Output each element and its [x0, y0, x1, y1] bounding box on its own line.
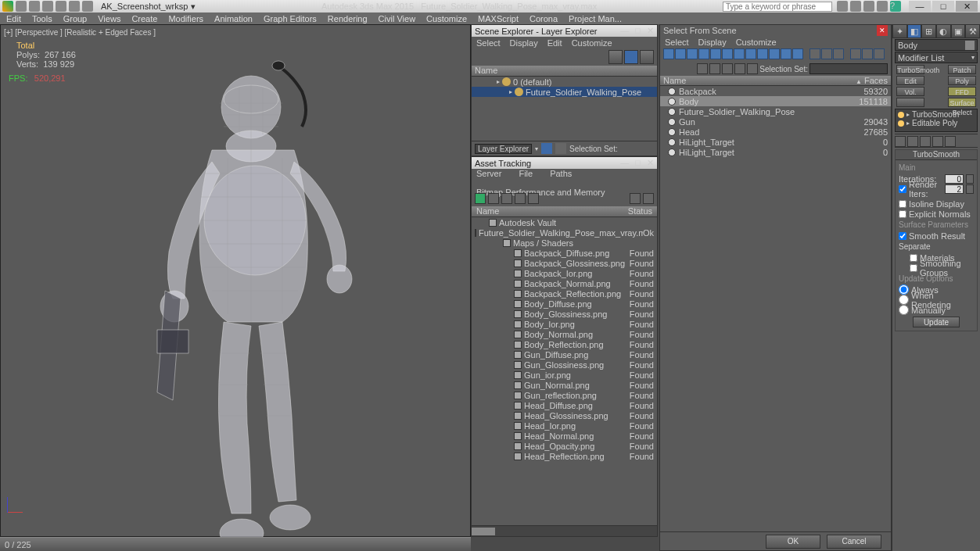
at-menu-file[interactable]: File	[519, 169, 533, 178]
explicit-normals-check[interactable]	[899, 210, 906, 218]
footer-btn1-icon[interactable]	[541, 143, 552, 154]
mod-btn[interactable]	[896, 98, 924, 107]
panel-close-icon[interactable]: ✕	[647, 26, 654, 36]
menu-animation[interactable]: Animation	[214, 14, 253, 23]
object-name-field[interactable]: Body	[895, 39, 978, 51]
undo-icon[interactable]	[56, 1, 66, 12]
ss-menu-display[interactable]: Display	[698, 38, 727, 47]
menu-customize[interactable]: Customize	[426, 14, 467, 23]
modify-tab-icon[interactable]: ◧	[907, 24, 922, 38]
ss-b5-icon[interactable]	[747, 63, 758, 74]
object-row[interactable]: Backpack59320	[660, 86, 891, 96]
asset-row[interactable]: Gun_Diffuse.pngFound	[472, 349, 657, 360]
v-sort-icon[interactable]	[850, 48, 861, 59]
menu-rendering[interactable]: Rendering	[328, 14, 368, 23]
mod-btn[interactable]: Poly Select	[948, 76, 976, 85]
col-name[interactable]: Name	[475, 66, 497, 76]
ss-menu-customize[interactable]: Customize	[736, 38, 777, 47]
col-name[interactable]: Name	[476, 206, 499, 216]
asset-row[interactable]: Future_Soldier_Walking_Pose_max_vray.max…	[472, 227, 657, 238]
menu-project-man-[interactable]: Project Man...	[569, 14, 622, 23]
v-list-icon[interactable]	[809, 48, 820, 59]
f-geom-icon[interactable]	[675, 48, 686, 59]
smooth-result-check[interactable]	[899, 232, 906, 240]
f-sw-icon[interactable]	[734, 48, 745, 59]
pin-icon[interactable]	[895, 136, 906, 147]
asset-row[interactable]: Body_Reflection.pngFound	[472, 339, 657, 349]
render-iters-check[interactable]	[899, 185, 906, 193]
show-icon[interactable]	[907, 136, 918, 147]
help-icon[interactable]: ?	[890, 1, 901, 12]
link-icon[interactable]	[82, 1, 93, 12]
asset-row[interactable]: Body_Diffuse.pngFound	[472, 299, 657, 309]
asset-row[interactable]: Autodesk Vault	[472, 217, 657, 227]
se-menu-edit[interactable]: Edit	[547, 38, 562, 48]
iterations-field[interactable]: 0	[945, 174, 964, 184]
se-menu-display[interactable]: Display	[510, 38, 538, 48]
create-tab-icon[interactable]: ✦	[892, 24, 907, 38]
object-row[interactable]: Head27685	[660, 127, 891, 137]
asset-row[interactable]: Backpack_Diffuse.pngFound	[472, 248, 657, 258]
bulb-icon[interactable]	[898, 112, 904, 118]
asset-row[interactable]: Head_Glossiness.pngFound	[472, 410, 657, 420]
f-xref-icon[interactable]	[757, 48, 768, 59]
ss-b4-icon[interactable]	[734, 63, 745, 74]
f-bone-icon[interactable]	[769, 48, 780, 59]
asset-row[interactable]: Head_Opacity.pngFound	[472, 441, 657, 451]
at-btn4-icon[interactable]	[515, 193, 526, 204]
asset-row[interactable]: Gun_ior.pngFound	[472, 370, 657, 380]
f-frozen-icon[interactable]	[792, 48, 803, 59]
workspace-name[interactable]: AK_Screenshot_wrksp	[101, 2, 188, 11]
f-help-icon[interactable]	[722, 48, 733, 59]
cancel-button[interactable]: Cancel	[827, 535, 881, 549]
open-icon[interactable]	[29, 1, 40, 12]
object-row[interactable]: Body151118	[660, 96, 891, 106]
asset-list[interactable]: NameStatus Autodesk VaultFuture_Soldier_…	[472, 206, 657, 525]
panel-close-icon[interactable]: ✕	[647, 158, 654, 168]
display-tab-icon[interactable]: ▣	[951, 24, 966, 38]
config-icon[interactable]	[945, 136, 956, 147]
minimize-button[interactable]: —	[909, 1, 931, 12]
ss-menu-select[interactable]: Select	[665, 38, 689, 47]
help-net-icon[interactable]	[863, 1, 874, 12]
object-row[interactable]: Gun29043	[660, 116, 891, 127]
search-input[interactable]	[723, 2, 832, 12]
asset-row[interactable]: Backpack_Normal.pngFound	[472, 278, 657, 288]
col-name[interactable]: Name	[663, 76, 686, 85]
ok-button[interactable]: OK	[766, 535, 820, 549]
remove-icon[interactable]	[932, 136, 943, 147]
unique-icon[interactable]	[920, 136, 931, 147]
render-iters-field[interactable]: 2	[945, 184, 964, 194]
f-grp-icon[interactable]	[745, 48, 756, 59]
modifier-list-dropdown[interactable]: Modifier List▾	[895, 52, 978, 63]
col-faces[interactable]: Faces	[864, 76, 888, 85]
menu-maxscript[interactable]: MAXScript	[478, 14, 519, 23]
asset-row[interactable]: Maps / Shaders	[472, 238, 657, 248]
mod-btn[interactable]: TurboSmooth	[896, 65, 924, 74]
asset-row[interactable]: Body_Glossiness.pngFound	[472, 309, 657, 319]
menu-tools[interactable]: Tools	[32, 14, 52, 23]
horizontal-scrollbar[interactable]	[472, 525, 657, 536]
menu-edit[interactable]: Edit	[6, 14, 21, 23]
layer-row[interactable]: ▸0 (default)	[472, 77, 657, 87]
menu-corona[interactable]: Corona	[529, 14, 558, 23]
hierarchy-tab-icon[interactable]: ⊞	[921, 24, 936, 38]
selection-set-dropdown[interactable]	[809, 63, 888, 74]
iter-spinner[interactable]	[966, 174, 974, 184]
at-btn5-icon[interactable]	[528, 193, 539, 204]
at-menu-paths[interactable]: Paths	[550, 169, 572, 178]
help-globe-icon[interactable]	[877, 1, 888, 12]
manually-radio[interactable]	[899, 305, 909, 315]
bulb-icon[interactable]	[898, 120, 904, 127]
at-btn3-icon[interactable]	[501, 193, 512, 204]
asset-row[interactable]: Head_Normal.pngFound	[472, 431, 657, 441]
mod-btn[interactable]: Patch Select	[948, 65, 976, 74]
viewport-label[interactable]: [+] [Perspective ] [Realistic + Edged Fa…	[4, 28, 156, 37]
rollout-header[interactable]: TurboSmooth	[896, 150, 977, 160]
help-star-icon[interactable]	[837, 1, 848, 12]
mod-btn[interactable]: Vol. Select	[896, 87, 924, 96]
filter-x-icon[interactable]	[608, 50, 623, 64]
smoothing-groups-check[interactable]	[910, 264, 917, 272]
axis-gizmo-icon[interactable]	[7, 489, 31, 513]
asset-row[interactable]: Backpack_Glossiness.pngFound	[472, 258, 657, 268]
